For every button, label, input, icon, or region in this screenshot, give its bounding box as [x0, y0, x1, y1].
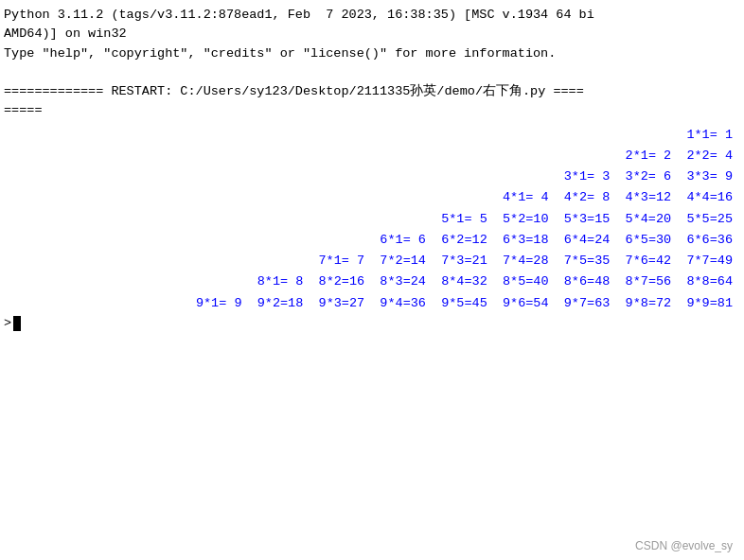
output-line: 6*1= 6 6*2=12 6*3=18 6*4=24 6*5=30 6*6=3… [4, 230, 740, 251]
cursor [13, 316, 21, 331]
prompt-arrow: > [4, 316, 11, 330]
terminal-window: Python 3.11.2 (tags/v3.11.2:878ead1, Feb… [0, 0, 744, 560]
watermark: CSDN @evolve_sy [635, 539, 733, 552]
header-line3: Type "help", "copyright", "credits" or "… [4, 44, 740, 63]
output-line: 9*1= 9 9*2=18 9*3=27 9*4=36 9*5=45 9*6=5… [4, 293, 740, 314]
output-line: 3*1= 3 3*2= 6 3*3= 9 [4, 166, 740, 187]
output-area: 1*1= 1 2*1= 2 2*2= 4 3*1= 3 3*2= 6 3*3= … [4, 125, 740, 314]
output-line: 7*1= 7 7*2=14 7*3=21 7*4=28 7*5=35 7*6=4… [4, 251, 740, 271]
restart-line1: ============= RESTART: C:/Users/sy123/De… [4, 82, 740, 101]
output-line: 1*1= 1 [4, 125, 740, 146]
output-line: 2*1= 2 2*2= 4 [4, 146, 740, 166]
header-line2: AMD64)] on win32 [4, 25, 740, 44]
restart-line2: ===== [4, 101, 740, 120]
header-line1: Python 3.11.2 (tags/v3.11.2:878ead1, Feb… [4, 6, 740, 25]
blank-line [4, 63, 740, 82]
prompt-line: > [4, 316, 740, 331]
header-info: Python 3.11.2 (tags/v3.11.2:878ead1, Feb… [4, 6, 740, 121]
output-line: 8*1= 8 8*2=16 8*3=24 8*4=32 8*5=40 8*6=4… [4, 271, 740, 292]
output-line: 4*1= 4 4*2= 8 4*3=12 4*4=16 [4, 187, 740, 208]
output-line: 5*1= 5 5*2=10 5*3=15 5*4=20 5*5=25 [4, 209, 740, 230]
